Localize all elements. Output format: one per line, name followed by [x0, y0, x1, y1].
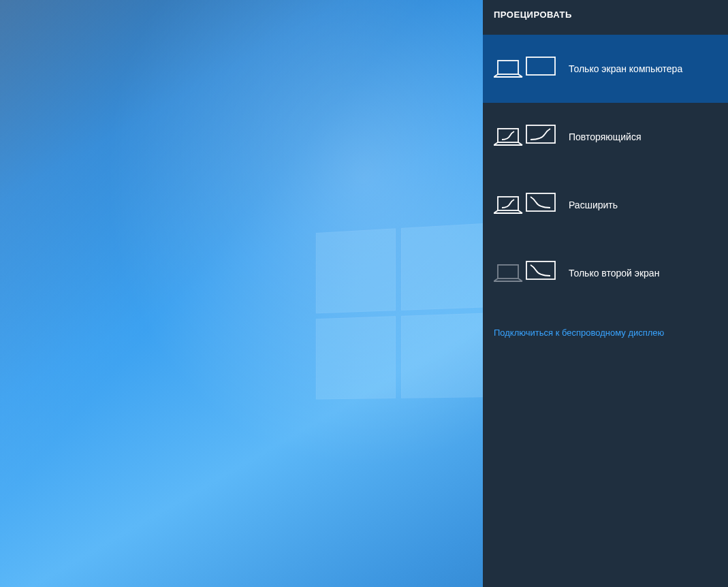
- pc-screen-only-icon: [494, 55, 556, 82]
- project-option-label: Только экран компьютера: [569, 63, 717, 74]
- panel-title: ПРОЕЦИРОВАТЬ: [483, 0, 728, 35]
- project-option-pc-screen-only[interactable]: Только экран компьютера: [483, 35, 728, 103]
- svg-rect-9: [498, 265, 518, 279]
- svg-rect-2: [526, 57, 555, 75]
- svg-rect-3: [498, 129, 518, 142]
- project-option-label: Повторяющийся: [569, 131, 717, 142]
- svg-rect-8: [526, 193, 555, 211]
- second-screen-only-icon: [494, 259, 556, 287]
- project-panel: ПРОЕЦИРОВАТЬ Только экран компьютера: [483, 0, 728, 587]
- svg-rect-11: [526, 261, 555, 279]
- project-option-extend[interactable]: Расширить: [483, 171, 728, 239]
- svg-rect-0: [498, 61, 518, 74]
- project-option-label: Только второй экран: [569, 268, 717, 279]
- svg-rect-5: [526, 125, 555, 143]
- project-option-second-screen-only[interactable]: Только второй экран: [483, 239, 728, 307]
- connect-wireless-display-link[interactable]: Подключиться к беспроводному дисплею: [483, 307, 728, 358]
- extend-icon: [494, 191, 556, 219]
- project-option-label: Расширить: [569, 200, 717, 210]
- svg-rect-6: [498, 197, 518, 210]
- project-option-duplicate[interactable]: Повторяющийся: [483, 103, 728, 171]
- duplicate-icon: [494, 123, 556, 150]
- windows-logo: [316, 223, 485, 400]
